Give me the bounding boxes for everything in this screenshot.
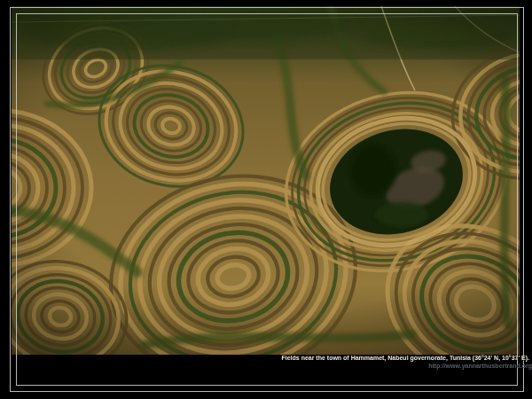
aerial-photo-illustration xyxy=(12,6,520,355)
photo-caption: Fields near the town of Hammamet, Nabeul… xyxy=(281,355,529,361)
aerial-photo xyxy=(12,6,520,355)
wallpaper-background: Fields near the town of Hammamet, Nabeul… xyxy=(0,0,532,399)
photo-credit-url: http://www.yannarthusbertrand.org xyxy=(428,363,532,369)
